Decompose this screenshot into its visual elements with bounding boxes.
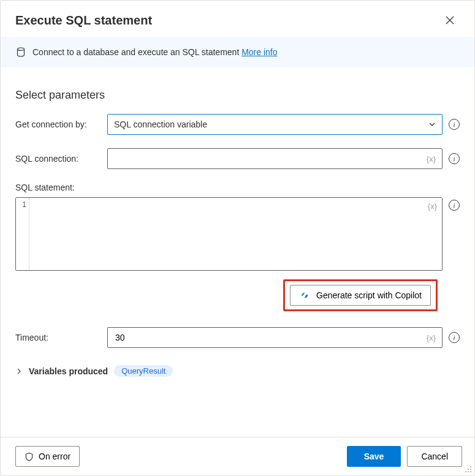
close-button[interactable] (440, 10, 460, 30)
generate-button-label: Generate script with Copilot (316, 290, 422, 300)
timeout-input[interactable] (114, 332, 424, 343)
dialog-title: Execute SQL statement (15, 13, 152, 28)
cancel-button[interactable]: Cancel (407, 446, 462, 467)
sql-connection-info-icon[interactable]: i (449, 153, 460, 164)
info-text: Connect to a database and execute an SQL… (32, 47, 241, 57)
save-button[interactable]: Save (347, 446, 401, 467)
svg-point-4 (468, 469, 469, 470)
variable-picker-icon[interactable]: {x} (424, 333, 436, 342)
timeout-label: Timeout: (15, 333, 101, 342)
generate-button-highlight: Generate script with Copilot (283, 279, 438, 311)
on-error-button[interactable]: On error (15, 446, 80, 467)
svg-point-5 (470, 469, 471, 470)
timeout-info-icon[interactable]: i (449, 332, 460, 343)
svg-point-2 (18, 48, 25, 50)
get-connection-by-value: SQL connection variable (114, 119, 207, 129)
svg-point-8 (470, 471, 471, 472)
generate-script-copilot-button[interactable]: Generate script with Copilot (290, 285, 431, 306)
line-number-gutter: 1 (16, 198, 29, 270)
sql-connection-label: SQL connection: (15, 154, 101, 164)
sql-statement-editor[interactable]: 1 {x} (15, 197, 443, 271)
svg-point-7 (468, 471, 469, 472)
get-connection-by-select[interactable]: SQL connection variable (107, 114, 443, 135)
chevron-down-icon (428, 121, 436, 128)
close-icon (446, 16, 454, 25)
section-title: Select parameters (15, 89, 460, 102)
sql-statement-label: SQL statement: (15, 183, 460, 192)
sql-statement-textarea[interactable] (29, 198, 442, 270)
svg-point-6 (465, 471, 466, 472)
sql-connection-input[interactable] (114, 153, 424, 164)
on-error-label: On error (39, 451, 70, 461)
info-bar: Connect to a database and execute an SQL… (1, 37, 474, 67)
more-info-link[interactable]: More info (241, 47, 277, 57)
shield-icon (25, 452, 34, 461)
get-connection-by-label: Get connection by: (15, 119, 101, 129)
get-connection-by-info-icon[interactable]: i (449, 119, 460, 130)
variables-produced-label[interactable]: Variables produced (29, 366, 108, 376)
sql-statement-info-icon[interactable]: i (449, 200, 460, 211)
variable-picker-icon[interactable]: {x} (428, 202, 437, 211)
copilot-icon (299, 290, 310, 301)
variable-picker-icon[interactable]: {x} (424, 154, 436, 164)
chevron-right-icon[interactable] (15, 368, 23, 375)
svg-point-3 (470, 466, 471, 467)
resize-grip[interactable] (465, 466, 472, 473)
variable-badge-queryresult[interactable]: QueryResult (114, 365, 173, 377)
database-icon (15, 47, 26, 58)
